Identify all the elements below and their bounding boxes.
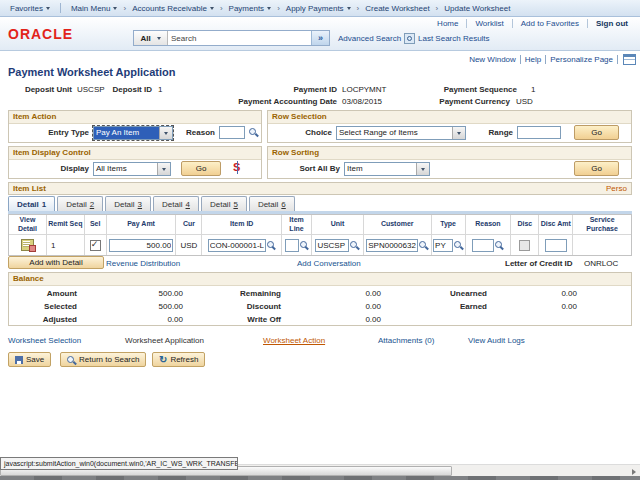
tab-detail-5[interactable]: Detail 5 bbox=[201, 196, 247, 211]
breadcrumb-separator-icon bbox=[220, 4, 223, 13]
payment-id-value: LOCPYMNT bbox=[342, 85, 386, 94]
col-sel: Sel bbox=[85, 215, 107, 235]
breadcrumb-favorites[interactable]: Favorites bbox=[10, 4, 50, 13]
last-search-results-link[interactable]: Last Search Results bbox=[404, 33, 490, 44]
home-link[interactable]: Home bbox=[429, 19, 467, 28]
sign-out-link[interactable]: Sign out bbox=[588, 19, 636, 28]
item-display-control-groupbox: Item Display Control Display All Items G… bbox=[8, 146, 262, 179]
pay-amt-input[interactable] bbox=[109, 239, 173, 252]
add-conversation-link[interactable]: Add Conversation bbox=[297, 259, 361, 268]
sel-checkbox[interactable] bbox=[90, 240, 101, 251]
customer-lookup-icon[interactable] bbox=[419, 241, 428, 250]
item-list-grid: View Detail Remit Seq Sel Pay Amt Cur It… bbox=[8, 214, 632, 256]
col-item-id: Item ID bbox=[202, 215, 282, 235]
reason-lookup-icon[interactable] bbox=[249, 128, 258, 137]
unit-lookup-icon[interactable] bbox=[350, 241, 359, 250]
breadcrumb-main-menu[interactable]: Main Menu bbox=[71, 4, 118, 13]
item-line-lookup-icon[interactable] bbox=[300, 241, 309, 250]
col-pay-amt: Pay Amt bbox=[107, 215, 177, 235]
row-reason-input[interactable] bbox=[472, 239, 494, 252]
payment-worksheet-screen: Favorites Main Menu Accounts Receivable … bbox=[0, 0, 640, 480]
disc-amt-input[interactable] bbox=[545, 239, 567, 252]
dropdown-button[interactable] bbox=[452, 127, 465, 139]
customer-input[interactable] bbox=[366, 239, 418, 252]
tab-detail-4[interactable]: Detail 4 bbox=[153, 196, 199, 211]
type-input[interactable] bbox=[433, 239, 453, 252]
refresh-button[interactable]: Refresh bbox=[152, 352, 205, 367]
advanced-search-link[interactable]: Advanced Search bbox=[338, 34, 401, 43]
breadcrumb-payments[interactable]: Payments bbox=[229, 4, 272, 13]
return-to-search-button[interactable]: Return to Search bbox=[60, 352, 146, 367]
display-select[interactable]: All Items bbox=[93, 162, 171, 176]
row-reason-lookup-icon[interactable] bbox=[495, 241, 504, 250]
currency-format-icon[interactable] bbox=[233, 162, 241, 174]
breadcrumb-label: Apply Payments bbox=[286, 4, 344, 13]
reason-input[interactable] bbox=[219, 126, 245, 139]
row-sorting-groupbox: Row Sorting Sort All By Item Go bbox=[267, 146, 632, 179]
global-search-box: All bbox=[133, 30, 330, 46]
choice-select[interactable]: Select Range of Items bbox=[336, 126, 466, 140]
help-link[interactable]: Help bbox=[521, 55, 545, 64]
breadcrumb-update-worksheet[interactable]: Update Worksheet bbox=[444, 4, 510, 13]
item-id-lookup-icon[interactable] bbox=[267, 241, 276, 250]
item-list-header: Item List bbox=[8, 182, 632, 195]
new-window-link[interactable]: New Window bbox=[465, 55, 520, 64]
entry-type-select[interactable]: Pay An Item bbox=[93, 126, 173, 140]
display-value: All Items bbox=[94, 163, 157, 175]
breadcrumb-separator-icon bbox=[357, 4, 360, 13]
discount-label: Discount bbox=[209, 302, 281, 311]
view-detail-icon[interactable] bbox=[21, 239, 34, 251]
row-selection-groupbox: Row Selection Choice Select Range of Ite… bbox=[267, 110, 632, 143]
tab-label: Detail bbox=[17, 200, 39, 209]
item-display-go-button[interactable]: Go bbox=[181, 161, 221, 176]
view-audit-logs-link[interactable]: View Audit Logs bbox=[468, 336, 525, 345]
personalize-page-link[interactable]: Personalize Page bbox=[546, 55, 617, 64]
worklist-link[interactable]: Worklist bbox=[467, 19, 512, 28]
customer-cell bbox=[364, 235, 432, 255]
search-input[interactable] bbox=[168, 31, 311, 45]
tab-number: 3 bbox=[138, 200, 142, 209]
unearned-label: Unearned bbox=[414, 289, 487, 298]
scrollbar-right-arrow[interactable] bbox=[629, 467, 639, 476]
worksheet-action-link[interactable]: Worksheet Action bbox=[263, 336, 325, 345]
search-submit-button[interactable] bbox=[311, 31, 329, 45]
item-id-input[interactable] bbox=[208, 239, 266, 252]
tab-detail-2[interactable]: Detail 2 bbox=[57, 196, 103, 211]
sort-select[interactable]: Item bbox=[344, 162, 430, 176]
unit-cell bbox=[312, 235, 364, 255]
tab-detail-3[interactable]: Detail 3 bbox=[105, 196, 151, 211]
save-button[interactable]: Save bbox=[8, 352, 51, 367]
worksheet-selection-link[interactable]: Worksheet Selection bbox=[8, 336, 81, 345]
dropdown-button[interactable] bbox=[416, 163, 429, 175]
unit-input[interactable] bbox=[315, 239, 349, 252]
deposit-id-label: Deposit ID bbox=[108, 85, 152, 94]
type-cell bbox=[432, 235, 466, 255]
dropdown-button[interactable] bbox=[157, 163, 170, 175]
grid-icon[interactable] bbox=[623, 54, 636, 65]
range-input[interactable] bbox=[517, 126, 561, 139]
row-selection-go-button[interactable]: Go bbox=[574, 125, 619, 140]
attachments-link[interactable]: Attachments (0) bbox=[378, 336, 434, 345]
add-to-favorites-link[interactable]: Add to Favorites bbox=[513, 19, 588, 28]
earned-value: 0.00 bbox=[504, 302, 577, 311]
search-scope-dropdown[interactable]: All bbox=[134, 31, 168, 45]
type-lookup-icon[interactable] bbox=[454, 241, 463, 250]
dropdown-button[interactable] bbox=[159, 127, 172, 139]
col-customer: Customer bbox=[364, 215, 432, 235]
add-with-detail-button[interactable]: Add with Detail bbox=[8, 256, 104, 269]
tab-detail-6[interactable]: Detail 6 bbox=[249, 196, 295, 211]
personalize-grid-link[interactable]: Perso bbox=[606, 184, 627, 193]
choice-value: Select Range of Items bbox=[337, 127, 452, 139]
breadcrumb-label: Main Menu bbox=[71, 4, 111, 13]
breadcrumb-apply-payments[interactable]: Apply Payments bbox=[286, 4, 351, 13]
row-sorting-go-button[interactable]: Go bbox=[574, 161, 619, 176]
tab-detail-1[interactable]: Detail 1 bbox=[8, 196, 55, 211]
revenue-distribution-link[interactable]: Revenue Distribution bbox=[106, 259, 180, 268]
disc-checkbox[interactable] bbox=[519, 240, 530, 251]
breadcrumb-accounts-receivable[interactable]: Accounts Receivable bbox=[132, 4, 214, 13]
breadcrumb-separator-icon bbox=[436, 4, 439, 13]
write-off-label: Write Off bbox=[209, 315, 281, 324]
page-title: Payment Worksheet Application bbox=[8, 66, 175, 78]
item-line-input[interactable] bbox=[285, 239, 299, 252]
breadcrumb-create-worksheet[interactable]: Create Worksheet bbox=[365, 4, 429, 13]
